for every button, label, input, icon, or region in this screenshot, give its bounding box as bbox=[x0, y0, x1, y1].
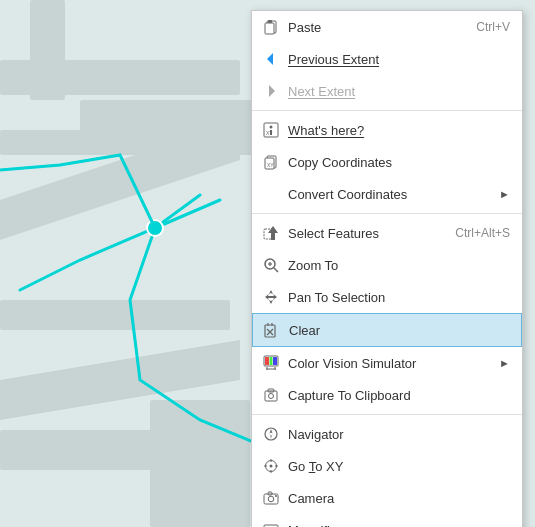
svg-point-58 bbox=[275, 495, 277, 497]
separator-1 bbox=[252, 110, 522, 111]
select-features-shortcut: Ctrl+Alt+S bbox=[435, 226, 510, 240]
svg-text:XY: XY bbox=[267, 162, 274, 168]
menu-item-whats-here[interactable]: XY What's here? bbox=[252, 114, 522, 146]
menu-item-previous-extent[interactable]: Previous Extent bbox=[252, 43, 522, 75]
magnifier-label: Magnifier bbox=[288, 523, 510, 528]
camera-icon bbox=[260, 487, 282, 509]
paste-shortcut: Ctrl+V bbox=[456, 20, 510, 34]
menu-item-paste[interactable]: Paste Ctrl+V bbox=[252, 11, 522, 43]
menu-item-go-to-xy[interactable]: Go To XY bbox=[252, 450, 522, 482]
svg-rect-39 bbox=[273, 357, 277, 365]
menu-item-magnifier[interactable]: Magnifier bbox=[252, 514, 522, 527]
svg-point-44 bbox=[269, 394, 274, 399]
menu-item-next-extent[interactable]: Next Extent bbox=[252, 75, 522, 107]
svg-text:XY: XY bbox=[266, 130, 273, 136]
context-menu: Paste Ctrl+V Previous Extent Next Extent bbox=[251, 10, 523, 527]
pan-icon bbox=[260, 286, 282, 308]
select-features-label: Select Features bbox=[288, 226, 435, 241]
goto-xy-icon bbox=[260, 455, 282, 477]
svg-rect-31 bbox=[265, 325, 275, 337]
color-vision-label: Color Vision Simulator bbox=[288, 356, 499, 371]
menu-item-pan-to-selection[interactable]: Pan To Selection bbox=[252, 281, 522, 313]
navigator-icon bbox=[260, 423, 282, 445]
capture-clipboard-label: Capture To Clipboard bbox=[288, 388, 510, 403]
color-vision-arrow: ► bbox=[499, 357, 510, 369]
previous-extent-label: Previous Extent bbox=[288, 52, 510, 67]
svg-marker-30 bbox=[265, 290, 277, 304]
svg-point-18 bbox=[270, 126, 273, 129]
separator-2 bbox=[252, 213, 522, 214]
pan-to-selection-label: Pan To Selection bbox=[288, 290, 510, 305]
copy-coordinates-label: Copy Coordinates bbox=[288, 155, 510, 170]
svg-marker-15 bbox=[267, 53, 273, 65]
arrow-icon: ► bbox=[499, 188, 510, 200]
svg-point-50 bbox=[270, 465, 273, 468]
menu-item-camera[interactable]: Camera bbox=[252, 482, 522, 514]
svg-rect-37 bbox=[265, 357, 269, 365]
zoom-to-icon bbox=[260, 254, 282, 276]
paste-icon bbox=[260, 16, 282, 38]
menu-item-clear[interactable]: Clear bbox=[252, 313, 522, 347]
clear-icon bbox=[261, 319, 283, 341]
svg-marker-48 bbox=[270, 435, 273, 440]
menu-item-color-vision[interactable]: Color Vision Simulator ► bbox=[252, 347, 522, 379]
convert-coordinates-label: Convert Coordinates bbox=[288, 187, 499, 202]
select-features-icon bbox=[260, 222, 282, 244]
paste-label: Paste bbox=[288, 20, 456, 35]
camera-label: Camera bbox=[288, 491, 510, 506]
separator-3 bbox=[252, 414, 522, 415]
svg-rect-14 bbox=[268, 20, 272, 23]
svg-rect-13 bbox=[265, 23, 274, 34]
convert-coords-icon bbox=[260, 183, 282, 205]
svg-line-27 bbox=[274, 268, 278, 272]
copy-coords-icon: XY bbox=[260, 151, 282, 173]
svg-marker-16 bbox=[269, 85, 275, 97]
zoom-to-label: Zoom To bbox=[288, 258, 510, 273]
menu-item-zoom-to[interactable]: Zoom To bbox=[252, 249, 522, 281]
capture-icon bbox=[260, 384, 282, 406]
menu-item-navigator[interactable]: Navigator bbox=[252, 418, 522, 450]
menu-item-select-features[interactable]: Select Features Ctrl+Alt+S bbox=[252, 217, 522, 249]
svg-marker-47 bbox=[270, 429, 273, 434]
arrow-left-icon bbox=[260, 48, 282, 70]
arrow-right-icon bbox=[260, 80, 282, 102]
svg-marker-25 bbox=[268, 226, 278, 240]
magnifier-icon bbox=[260, 519, 282, 527]
svg-rect-6 bbox=[0, 300, 230, 330]
navigator-label: Navigator bbox=[288, 427, 510, 442]
svg-rect-38 bbox=[270, 357, 273, 365]
svg-rect-2 bbox=[30, 0, 65, 100]
clear-label: Clear bbox=[289, 323, 509, 338]
whats-here-label: What's here? bbox=[288, 123, 510, 138]
whats-here-icon: XY bbox=[260, 119, 282, 141]
color-vision-icon bbox=[260, 352, 282, 374]
menu-item-capture-clipboard[interactable]: Capture To Clipboard bbox=[252, 379, 522, 411]
next-extent-label: Next Extent bbox=[288, 84, 510, 99]
menu-item-copy-coordinates[interactable]: XY Copy Coordinates bbox=[252, 146, 522, 178]
svg-point-56 bbox=[268, 496, 274, 502]
goto-xy-label: Go To XY bbox=[288, 459, 510, 474]
menu-item-convert-coordinates[interactable]: Convert Coordinates ► bbox=[252, 178, 522, 210]
